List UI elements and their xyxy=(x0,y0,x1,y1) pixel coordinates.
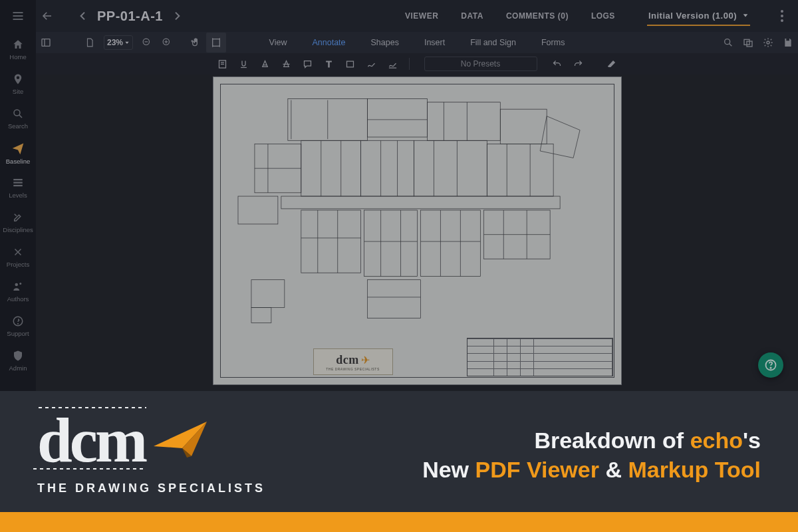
sidebar-item-site[interactable]: Site xyxy=(0,66,36,101)
top-tabs: VIEWER DATA COMMENTS (0) LOGS Initial Ve… xyxy=(405,7,798,26)
svg-point-30 xyxy=(725,39,730,45)
sidebar-item-levels[interactable]: Levels xyxy=(0,170,36,205)
promo-tagline: THE DRAWING SPECIALISTS xyxy=(37,481,265,495)
svg-point-15 xyxy=(781,15,783,17)
back-button[interactable] xyxy=(36,5,59,27)
compare-button[interactable] xyxy=(738,33,758,53)
svg-rect-89 xyxy=(251,308,271,323)
underline-tool[interactable] xyxy=(233,54,255,74)
svg-point-16 xyxy=(781,19,783,22)
sidebar-item-baseline[interactable]: Baseline xyxy=(0,136,36,170)
svg-point-34 xyxy=(767,41,769,44)
svg-rect-59 xyxy=(367,280,420,319)
sidebar-item-authors[interactable]: Authors xyxy=(0,274,36,309)
text-tool[interactable] xyxy=(319,54,340,74)
divider xyxy=(409,58,410,70)
svg-rect-5 xyxy=(13,179,23,180)
paper-plane-icon xyxy=(150,416,210,466)
zoom-in-button[interactable] xyxy=(157,33,177,53)
sidebar-item-home[interactable]: Home xyxy=(0,32,36,66)
promo-headline: Breakdown of echo's New PDF Viewer & Mar… xyxy=(422,426,761,484)
eraser-tool[interactable] xyxy=(601,54,622,74)
promo-banner: dcm THE DRAWING SPECIALISTS Breakdown of… xyxy=(0,391,798,532)
undo-button[interactable] xyxy=(547,54,568,74)
top-bar: PP-01-A-1 VIEWER DATA COMMENTS (0) LOGS … xyxy=(36,0,798,32)
svg-rect-54 xyxy=(281,196,559,209)
comment-tool[interactable] xyxy=(297,54,319,74)
svg-rect-51 xyxy=(414,140,487,196)
version-selector[interactable]: Initial Version (1.00) xyxy=(647,7,750,26)
redo-button[interactable] xyxy=(568,54,589,74)
next-doc-button[interactable] xyxy=(166,5,188,27)
doc-title: PP-01-A-1 xyxy=(94,9,166,24)
zoom-level[interactable]: 23% xyxy=(104,35,133,50)
tools2-icon xyxy=(12,246,24,258)
sidebar-item-label: Support xyxy=(7,330,29,337)
strike-tool[interactable] xyxy=(276,54,297,74)
sidebar-item-disciplines[interactable]: Disciplines xyxy=(0,205,36,239)
svg-rect-25 xyxy=(213,39,220,47)
floor-plan xyxy=(228,92,606,329)
highlight-tool[interactable] xyxy=(255,54,276,74)
freehand-tool[interactable] xyxy=(361,54,382,74)
menu-annotate[interactable]: Annotate xyxy=(300,32,357,53)
search-button[interactable] xyxy=(718,33,738,53)
sidebar-item-search[interactable]: Search xyxy=(0,101,36,136)
sidebar-item-label: Baseline xyxy=(6,158,30,165)
sidebar-item-label: Search xyxy=(8,122,28,130)
zoom-out-button[interactable] xyxy=(137,33,157,53)
svg-point-9 xyxy=(19,283,21,285)
tools-icon xyxy=(12,211,24,223)
sidebar-item-label: Authors xyxy=(7,295,29,303)
promo-accent-strip xyxy=(0,512,798,532)
menu-forms[interactable]: Forms xyxy=(529,32,577,53)
svg-rect-60 xyxy=(251,280,284,308)
menu-shapes[interactable]: Shapes xyxy=(359,32,411,53)
viewer-toolbar-primary: 23% View Annotate Shapes Insert Fill and… xyxy=(36,32,798,53)
sidebar-item-projects[interactable]: Projects xyxy=(0,239,36,274)
select-tool[interactable] xyxy=(206,33,226,53)
chevron-down-icon xyxy=(742,12,749,19)
pin-icon xyxy=(12,73,24,85)
menu-view[interactable]: View xyxy=(257,32,299,53)
canvas-area[interactable]: dcm✈ THE DRAWING SPECIALISTS xyxy=(36,74,798,391)
hamburger-menu[interactable] xyxy=(11,0,25,32)
tab-comments[interactable]: COMMENTS (0) xyxy=(506,11,569,21)
panel-toggle-button[interactable] xyxy=(36,33,56,53)
sidebar-item-support[interactable]: Support xyxy=(0,309,36,343)
left-nav-rail: Home Site Search Baseline Levels Discipl… xyxy=(0,0,36,391)
sidebar-item-label: Projects xyxy=(7,261,29,268)
levels-icon xyxy=(12,177,24,189)
tab-viewer[interactable]: VIEWER xyxy=(405,11,438,21)
sidebar-item-label: Admin xyxy=(9,364,27,372)
plane-icon xyxy=(11,142,25,155)
presets-select[interactable]: No Presets xyxy=(424,57,537,71)
home-icon xyxy=(12,39,24,51)
tab-logs[interactable]: LOGS xyxy=(591,11,615,21)
menu-insert[interactable]: Insert xyxy=(412,32,457,53)
note-tool[interactable] xyxy=(212,54,233,74)
sidebar-item-label: Home xyxy=(9,53,26,61)
svg-marker-19 xyxy=(125,42,128,44)
svg-rect-38 xyxy=(241,66,247,67)
settings-button[interactable] xyxy=(758,33,778,53)
help-fab[interactable] xyxy=(758,352,783,378)
page-icon[interactable] xyxy=(80,33,100,53)
marker-tool[interactable] xyxy=(382,54,404,74)
tab-data[interactable]: DATA xyxy=(461,11,483,21)
svg-point-14 xyxy=(781,10,783,13)
sidebar-item-admin[interactable]: Admin xyxy=(0,343,36,378)
promo-logo: dcm THE DRAWING SPECIALISTS xyxy=(37,415,265,495)
drawing-sheet: dcm✈ THE DRAWING SPECIALISTS xyxy=(213,76,622,385)
pan-tool[interactable] xyxy=(186,33,206,53)
prev-doc-button[interactable] xyxy=(72,5,94,27)
svg-point-8 xyxy=(15,283,19,286)
rect-tool[interactable] xyxy=(340,54,361,74)
save-button[interactable] xyxy=(778,33,798,53)
chevron-down-icon xyxy=(124,40,130,45)
svg-line-4 xyxy=(19,114,22,117)
more-menu[interactable] xyxy=(773,10,791,22)
menu-fillsign[interactable]: Fill and Sign xyxy=(458,32,528,53)
svg-rect-53 xyxy=(237,196,277,224)
svg-point-91 xyxy=(770,368,771,368)
